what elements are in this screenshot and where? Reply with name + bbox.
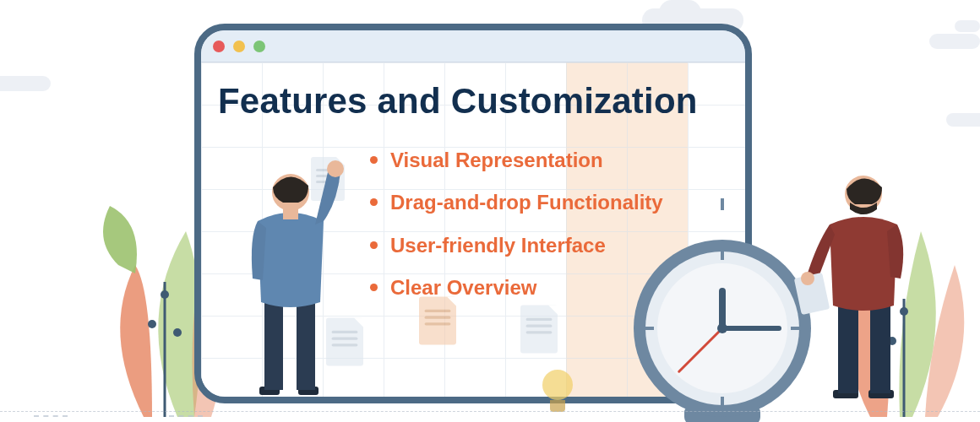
cloud-decoration bbox=[0, 76, 51, 91]
clock-hour-hand-icon bbox=[719, 288, 726, 328]
feature-bullet-list: Visual Representation Drag-and-drop Func… bbox=[370, 147, 663, 317]
window-maximize-dot-icon bbox=[253, 41, 265, 52]
clock-minute-hand-icon bbox=[722, 326, 781, 331]
illustration-scene: Features and Customization Visual Repres… bbox=[0, 0, 980, 422]
svg-rect-15 bbox=[870, 300, 890, 393]
svg-point-2 bbox=[173, 328, 182, 337]
window-titlebar bbox=[201, 30, 745, 62]
ground-dash-decoration bbox=[34, 415, 68, 417]
person-scheduling-illustration bbox=[224, 143, 359, 414]
feature-bullet-item: User-friendly Interface bbox=[370, 232, 663, 259]
clock-illustration bbox=[634, 240, 811, 417]
window-minimize-dot-icon bbox=[233, 41, 245, 52]
svg-point-9 bbox=[327, 160, 344, 177]
slide-heading: Features and Customization bbox=[218, 81, 737, 122]
lightbulb-icon bbox=[541, 370, 574, 415]
svg-point-1 bbox=[148, 320, 156, 328]
svg-point-17 bbox=[801, 272, 814, 285]
feature-bullet-item: Clear Overview bbox=[370, 274, 663, 301]
window-close-dot-icon bbox=[213, 41, 225, 52]
person-writing-illustration bbox=[791, 143, 926, 414]
svg-rect-8 bbox=[297, 295, 315, 390]
feature-bullet-item: Visual Representation bbox=[370, 147, 663, 174]
svg-rect-11 bbox=[283, 208, 298, 219]
ground-line-decoration bbox=[0, 411, 980, 412]
cloud-decoration bbox=[929, 34, 980, 49]
cloud-decoration bbox=[955, 20, 980, 32]
feature-bullet-item: Drag-and-drop Functionality bbox=[370, 189, 663, 216]
svg-rect-14 bbox=[838, 300, 858, 393]
cloud-decoration bbox=[946, 113, 980, 127]
ground-dash-decoration bbox=[169, 415, 203, 417]
svg-point-0 bbox=[161, 290, 169, 299]
svg-rect-7 bbox=[264, 295, 283, 390]
